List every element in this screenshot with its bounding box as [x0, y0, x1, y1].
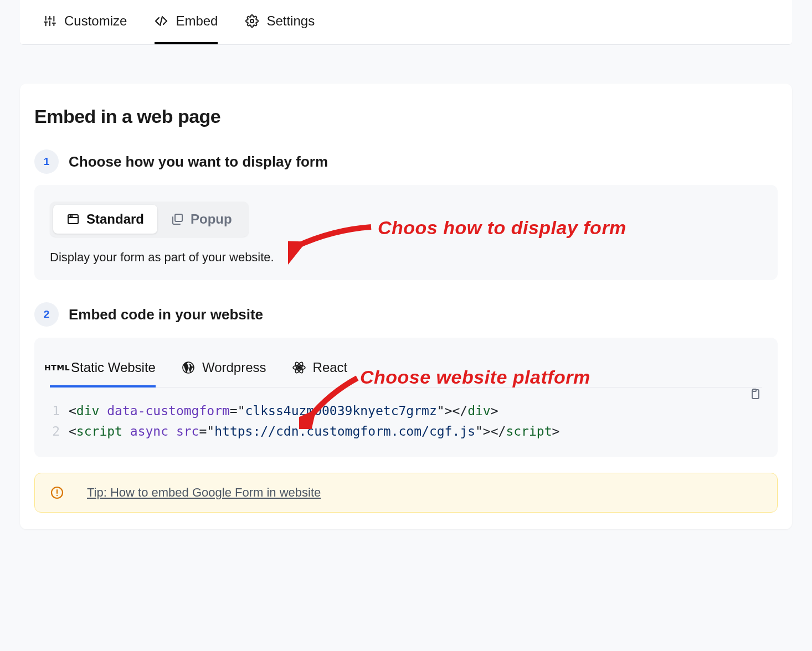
tab-embed[interactable]: Embed: [155, 0, 218, 44]
alert-icon: [50, 486, 64, 499]
tip-box: Tip: How to embed Google Form in website: [34, 473, 778, 513]
svg-line-9: [160, 17, 162, 25]
segment-label: Popup: [191, 211, 232, 227]
svg-point-14: [71, 216, 72, 216]
display-mode-segmented: Standard Popup: [50, 202, 249, 237]
window-icon: [66, 213, 80, 226]
svg-point-10: [250, 19, 254, 23]
line-number: 1: [50, 401, 69, 421]
react-icon: [292, 360, 306, 375]
code-content: <script async src="https://cdn.customgfo…: [69, 421, 559, 442]
tab-label: Embed: [176, 13, 218, 29]
svg-rect-15: [175, 214, 182, 221]
sliders-icon: [43, 14, 56, 28]
step-number-2: 2: [34, 302, 59, 327]
step-1-title: Choose how you want to display form: [69, 153, 328, 170]
step-1-header: 1 Choose how you want to display form: [34, 149, 778, 174]
line-number: 2: [50, 421, 69, 442]
code-line-1: 1 <div data-customgform="clkss4uzm00039k…: [50, 401, 762, 421]
tab-settings[interactable]: Settings: [245, 0, 315, 44]
html-icon: HTML: [50, 360, 64, 375]
tip-link[interactable]: Tip: How to embed Google Form in website: [87, 485, 321, 500]
platform-tab-label: Wordpress: [202, 360, 266, 375]
popup-icon: [171, 213, 184, 226]
svg-point-13: [70, 216, 70, 216]
gear-icon: [245, 14, 259, 28]
tab-label: Customize: [64, 13, 127, 29]
code-icon: [155, 14, 168, 28]
segment-popup[interactable]: Popup: [157, 205, 245, 234]
wordpress-icon: [181, 360, 196, 375]
top-tabs: Customize Embed Settings: [20, 0, 792, 45]
tab-customize[interactable]: Customize: [43, 0, 127, 44]
step-2-title: Embed code in your website: [69, 306, 263, 323]
platform-tab-label: Static Website: [71, 360, 156, 375]
code-line-2: 2 <script async src="https://cdn.customg…: [50, 421, 762, 442]
code-block: 1 <div data-customgform="clkss4uzm00039k…: [50, 401, 762, 442]
embed-code-box: HTML Static Website Wordpress React 1: [34, 338, 778, 457]
step-2-header: 2 Embed code in your website: [34, 302, 778, 327]
svg-point-16: [297, 366, 300, 369]
platform-tab-wordpress[interactable]: Wordpress: [181, 352, 266, 388]
platform-tab-static[interactable]: HTML Static Website: [50, 352, 156, 388]
platform-tab-label: React: [313, 360, 348, 375]
display-option-description: Display your form as part of your websit…: [50, 250, 762, 265]
svg-point-24: [56, 494, 58, 495]
page-title: Embed in a web page: [34, 106, 778, 127]
segment-standard[interactable]: Standard: [53, 205, 157, 234]
platform-tab-react[interactable]: React: [292, 352, 348, 388]
main-card: Embed in a web page 1 Choose how you wan…: [20, 84, 792, 529]
copy-button[interactable]: [748, 388, 763, 403]
display-option-box: Standard Popup Display your form as part…: [34, 185, 778, 280]
platform-tabs: HTML Static Website Wordpress React: [50, 352, 762, 388]
code-content: <div data-customgform="clkss4uzm00039kny…: [69, 401, 498, 421]
tab-label: Settings: [266, 13, 315, 29]
step-number-1: 1: [34, 149, 59, 174]
segment-label: Standard: [86, 211, 144, 227]
